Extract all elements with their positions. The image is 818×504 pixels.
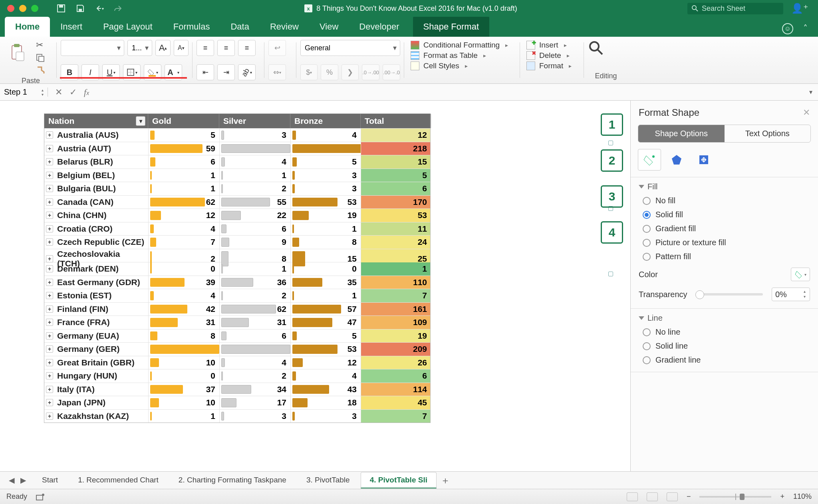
ribbon-tab-data[interactable]: Data: [220, 17, 259, 37]
table-row[interactable]: +Australia (AUS)53412: [44, 128, 430, 142]
line-option-gradient-line[interactable]: Gradient line: [643, 355, 810, 365]
worksheet-area[interactable]: Nation▾GoldSilverBronzeTotal +Australia …: [0, 101, 630, 471]
align-top-button[interactable]: ≡: [197, 40, 214, 56]
expand-icon[interactable]: +: [46, 345, 53, 353]
size-properties-icon[interactable]: [692, 149, 715, 171]
expand-formula-bar-icon[interactable]: ▾: [804, 88, 818, 96]
search-input[interactable]: [702, 4, 770, 13]
ribbon-tab-formulas[interactable]: Formulas: [163, 17, 220, 37]
ribbon-tab-view[interactable]: View: [309, 17, 349, 37]
pivot-header-nation[interactable]: Nation▾: [44, 114, 148, 128]
zoom-in-icon[interactable]: +: [780, 492, 784, 501]
table-row[interactable]: +Czech Republic (CZE)79824: [44, 235, 430, 249]
conditional-formatting-button[interactable]: Conditional Formatting▸: [411, 41, 514, 50]
fill-option-solid-fill[interactable]: Solid fill: [643, 210, 810, 219]
ribbon-tab-insert[interactable]: Insert: [50, 17, 93, 37]
fill-color-swatch[interactable]: ▾: [791, 268, 810, 281]
orientation-button[interactable]: ab▾: [238, 64, 256, 80]
expand-icon[interactable]: +: [46, 399, 53, 406]
number-format-select[interactable]: General▾: [300, 40, 400, 56]
table-row[interactable]: +Japan (JPN)10171845: [44, 396, 430, 409]
expand-icon[interactable]: +: [46, 131, 53, 139]
collapse-ribbon-icon[interactable]: ˄: [800, 23, 811, 34]
cell-styles-button[interactable]: Cell Styles▸: [411, 62, 514, 70]
ribbon-tab-page-layout[interactable]: Page Layout: [93, 17, 163, 37]
ribbon-tab-shape-format[interactable]: Shape Format: [413, 17, 489, 37]
normal-view-icon[interactable]: [627, 492, 638, 501]
find-button[interactable]: [588, 40, 612, 64]
feedback-icon[interactable]: ☺: [782, 23, 793, 34]
step-shape-1[interactable]: 1: [601, 113, 623, 136]
page-layout-view-icon[interactable]: [647, 492, 658, 501]
font-color-button[interactable]: A▾: [165, 64, 182, 80]
expand-icon[interactable]: +: [46, 172, 53, 179]
paste-button[interactable]: [9, 43, 33, 71]
table-row[interactable]: +Belarus (BLR)64515: [44, 155, 430, 169]
format-cells-button[interactable]: Format▸: [526, 62, 578, 70]
decrease-decimal-button[interactable]: .00→.0: [383, 64, 400, 80]
table-row[interactable]: +Canada (CAN)625553170: [44, 195, 430, 209]
effects-icon[interactable]: [665, 149, 688, 171]
expand-icon[interactable]: +: [46, 306, 53, 313]
insert-cells-button[interactable]: ✚Insert▸: [526, 41, 578, 50]
zoom-level[interactable]: 110%: [793, 492, 812, 501]
nation-filter-dropdown[interactable]: ▾: [136, 116, 145, 126]
ribbon-tab-review[interactable]: Review: [260, 17, 309, 37]
prev-sheet-icon[interactable]: ◀: [9, 476, 15, 485]
increase-indent-button[interactable]: ⇥: [217, 64, 235, 80]
delete-cells-button[interactable]: ✖Delete▸: [526, 51, 578, 60]
fill-option-pattern-fill[interactable]: Pattern fill: [643, 252, 810, 261]
next-sheet-icon[interactable]: ▶: [20, 476, 26, 485]
table-row[interactable]: +Bulgaria (BUL)1236: [44, 182, 430, 195]
cancel-entry-icon[interactable]: ✕: [55, 87, 62, 97]
table-row[interactable]: +Denmark (DEN)0101: [44, 262, 430, 276]
step-shape-4[interactable]: 4: [601, 221, 623, 244]
close-window-icon[interactable]: [7, 5, 14, 12]
expand-icon[interactable]: +: [46, 265, 53, 272]
fill-heading[interactable]: Fill: [647, 182, 658, 191]
step-shape-3[interactable]: 3: [601, 185, 623, 208]
table-row[interactable]: +Great Britain (GBR)1041226: [44, 356, 430, 369]
align-bottom-button[interactable]: ≡: [238, 40, 256, 56]
expand-icon[interactable]: +: [46, 255, 53, 262]
share-icon[interactable]: 👤⁺: [791, 3, 808, 14]
expand-icon[interactable]: +: [46, 185, 53, 192]
expand-icon[interactable]: +: [46, 225, 53, 232]
formula-input[interactable]: [96, 84, 804, 100]
redo-icon[interactable]: [114, 4, 123, 13]
table-row[interactable]: +Italy (ITA)373443114: [44, 383, 430, 396]
undo-icon[interactable]: ▾: [95, 4, 104, 13]
transparency-slider[interactable]: [696, 293, 763, 296]
expand-icon[interactable]: +: [46, 238, 53, 246]
transparency-input[interactable]: 0%▴▾: [772, 288, 810, 301]
pivot-header-bronze[interactable]: Bronze: [290, 114, 361, 128]
zoom-out-icon[interactable]: −: [687, 492, 691, 501]
expand-icon[interactable]: +: [46, 319, 53, 326]
sheet-tab[interactable]: 3. PivotTable: [297, 472, 359, 488]
fill-line-icon[interactable]: [638, 149, 661, 171]
sheet-tab[interactable]: Start: [33, 472, 67, 488]
macro-record-icon[interactable]: [36, 493, 45, 500]
font-family-select[interactable]: ▾: [61, 40, 124, 56]
enter-entry-icon[interactable]: ✓: [69, 87, 77, 97]
table-row[interactable]: +China (CHN)12221953: [44, 208, 430, 222]
pivot-table[interactable]: Nation▾GoldSilverBronzeTotal +Australia …: [44, 113, 431, 423]
grow-font-button[interactable]: A▴: [155, 40, 170, 56]
table-row[interactable]: +Hungary (HUN)0246: [44, 369, 430, 383]
cut-icon[interactable]: ✂: [36, 40, 45, 50]
add-sheet-button[interactable]: ＋: [438, 474, 453, 487]
expand-icon[interactable]: +: [46, 279, 53, 286]
decrease-indent-button[interactable]: ⇤: [197, 64, 214, 80]
line-option-no-line[interactable]: No line: [643, 327, 810, 337]
zoom-window-icon[interactable]: [31, 5, 38, 12]
expand-icon[interactable]: +: [46, 212, 53, 219]
pivot-header-gold[interactable]: Gold: [148, 114, 219, 128]
table-row[interactable]: +Germany (EUA)86519: [44, 329, 430, 343]
table-row[interactable]: +Germany (GER)787853209: [44, 342, 430, 356]
wrap-text-button[interactable]: ↩: [268, 40, 286, 56]
comma-button[interactable]: ❯: [341, 64, 359, 80]
tab-text-options[interactable]: Text Options: [725, 125, 811, 142]
close-pane-icon[interactable]: ✕: [803, 107, 810, 118]
table-row[interactable]: +Czechoslovakia (TCH)281525: [44, 249, 430, 262]
autosave-icon[interactable]: [57, 4, 66, 13]
